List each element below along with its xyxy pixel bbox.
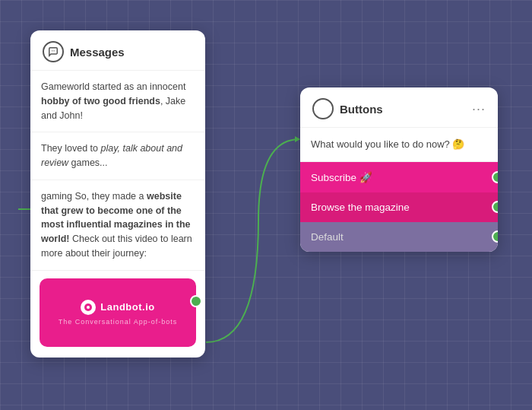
connector-dot-messages: [190, 295, 202, 307]
pink-card-logo: Landbot.io: [81, 300, 154, 315]
messages-header: Messages: [30, 30, 205, 71]
message-bubble-1: Gameworld started as an innocent hobby o…: [30, 71, 205, 132]
more-options-button[interactable]: ···: [472, 101, 486, 117]
message-bubble-3: gaming So, they made a website that grew…: [30, 180, 205, 271]
buttons-header: Buttons ···: [300, 87, 498, 128]
buttons-question-text: What would you like to do now? 🤔: [300, 128, 498, 162]
messages-icon: [43, 41, 64, 62]
default-button-row: Default: [300, 222, 498, 252]
messages-panel: Messages Gameworld started as an innocen…: [30, 30, 205, 358]
buttons-panel-icon: [312, 98, 334, 119]
svg-point-1: [52, 50, 52, 51]
buttons-panel-title: Buttons: [340, 103, 383, 116]
landbot-logo-text: Landbot.io: [100, 301, 154, 313]
subscribe-button[interactable]: Subscribe 🚀: [300, 162, 498, 192]
svg-marker-0: [295, 136, 300, 142]
landbot-icon: [81, 300, 96, 315]
default-button[interactable]: Default: [300, 222, 498, 252]
svg-point-2: [52, 50, 53, 51]
pink-card: Landbot.io The Conversational App-of-bot…: [40, 278, 196, 347]
messages-panel-title: Messages: [70, 46, 125, 59]
buttons-panel: Buttons ··· What would you like to do no…: [300, 87, 498, 252]
message-bubble-2: They loved to play, talk about and revie…: [30, 132, 205, 180]
subscribe-button-row: Subscribe 🚀: [300, 162, 498, 192]
svg-point-3: [54, 50, 55, 51]
svg-point-5: [87, 306, 90, 309]
landbot-sub-text: The Conversational App-of-bots: [59, 318, 178, 326]
browse-button-row: Browse the magazine: [300, 192, 498, 222]
buttons-header-left: Buttons: [312, 98, 383, 119]
browse-magazine-button[interactable]: Browse the magazine: [300, 192, 498, 222]
